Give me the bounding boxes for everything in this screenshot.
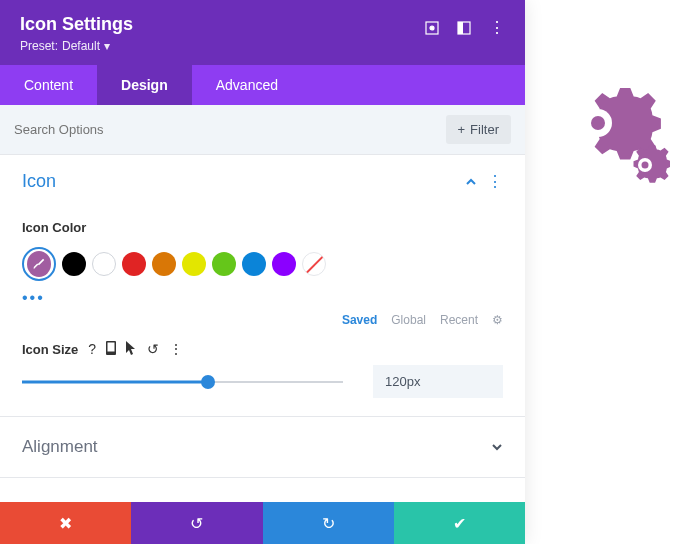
icon-size-label: Icon Size <box>22 342 78 357</box>
section-alignment-header[interactable]: Alignment <box>0 417 525 478</box>
close-icon: ✖ <box>59 514 72 533</box>
color-swatches <box>22 247 503 281</box>
filter-button[interactable]: + Filter <box>446 115 511 144</box>
color-swatch[interactable] <box>92 252 116 276</box>
svg-point-9 <box>642 162 649 169</box>
chevron-down-icon <box>491 441 503 453</box>
header: Icon Settings Preset: Default ▾ ⋮ <box>0 0 525 65</box>
more-icon[interactable]: ⋮ <box>489 18 505 37</box>
svg-point-1 <box>430 26 434 30</box>
size-input[interactable] <box>373 365 503 398</box>
tab-advanced[interactable]: Advanced <box>192 65 302 105</box>
color-swatch[interactable] <box>242 252 266 276</box>
undo-button[interactable]: ↺ <box>131 502 262 544</box>
redo-button[interactable]: ↻ <box>263 502 394 544</box>
undo-icon: ↺ <box>190 514 203 533</box>
state-global[interactable]: Global <box>391 313 426 327</box>
color-swatch[interactable] <box>212 252 236 276</box>
section-icon-header[interactable]: Icon ⋮ <box>0 155 525 208</box>
device-icon[interactable] <box>106 341 116 357</box>
plus-icon: + <box>458 122 466 137</box>
search-bar: + Filter <box>0 105 525 155</box>
footer-actions: ✖ ↺ ↻ ✔ <box>0 502 525 544</box>
state-recent[interactable]: Recent <box>440 313 478 327</box>
state-saved[interactable]: Saved <box>342 313 377 327</box>
icon-preview <box>560 70 670 190</box>
confirm-button[interactable]: ✔ <box>394 502 525 544</box>
eyedropper-icon <box>27 251 51 277</box>
color-swatch[interactable] <box>152 252 176 276</box>
color-swatch[interactable] <box>22 247 56 281</box>
kebab-icon[interactable]: ⋮ <box>169 341 183 357</box>
section-icon: Icon ⋮ Icon Color ••• Saved Global Recen… <box>0 155 525 417</box>
section-more-icon[interactable]: ⋮ <box>487 172 503 191</box>
icon-color-label: Icon Color <box>22 220 503 235</box>
svg-point-7 <box>591 116 605 130</box>
color-swatch[interactable] <box>302 252 326 276</box>
redo-icon: ↻ <box>322 514 335 533</box>
tab-content[interactable]: Content <box>0 65 97 105</box>
check-icon: ✔ <box>453 514 466 533</box>
chevron-up-icon[interactable] <box>465 176 477 188</box>
preset-state-row: Saved Global Recent ⚙ <box>22 313 503 327</box>
layout-icon[interactable] <box>457 21 471 35</box>
undo-icon[interactable]: ↺ <box>147 341 159 357</box>
color-swatch[interactable] <box>182 252 206 276</box>
more-colors-icon[interactable]: ••• <box>22 289 503 307</box>
cursor-icon[interactable] <box>126 341 137 357</box>
color-swatch[interactable] <box>62 252 86 276</box>
caret-down-icon: ▾ <box>104 39 110 53</box>
svg-rect-3 <box>458 22 463 34</box>
color-swatch[interactable] <box>272 252 296 276</box>
size-slider[interactable] <box>22 372 343 392</box>
search-input[interactable] <box>14 122 446 137</box>
preset-selector[interactable]: Preset: Default ▾ <box>20 39 133 53</box>
gear-icon[interactable]: ⚙ <box>492 313 503 327</box>
panel-title: Icon Settings <box>20 14 133 35</box>
color-swatch[interactable] <box>122 252 146 276</box>
sections-scroll[interactable]: Icon ⋮ Icon Color ••• Saved Global Recen… <box>0 155 525 493</box>
svg-rect-5 <box>108 343 115 352</box>
help-icon[interactable]: ? <box>88 341 96 357</box>
tab-design[interactable]: Design <box>97 65 192 105</box>
cancel-button[interactable]: ✖ <box>0 502 131 544</box>
expand-icon[interactable] <box>425 21 439 35</box>
section-spacing-header[interactable]: Spacing <box>0 478 525 493</box>
tabs: Content Design Advanced <box>0 65 525 105</box>
